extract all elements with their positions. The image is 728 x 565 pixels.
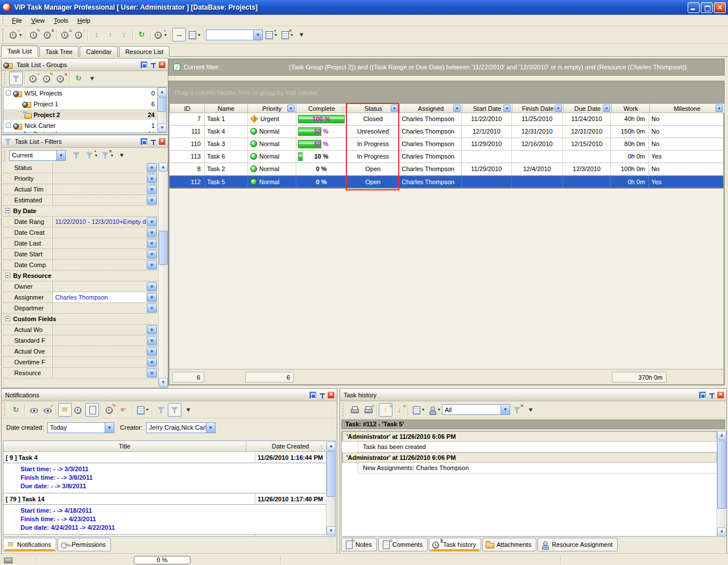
group-collapse-icon[interactable]: − (5, 273, 10, 278)
save-filter-button[interactable]: ▪▾ (83, 148, 99, 162)
task-row-110[interactable]: 110Task 3Normal50 %In ProgressCharles Th… (169, 138, 723, 151)
print-settings-button[interactable]: ≡ (361, 403, 375, 417)
view-options-button[interactable]: ▪▾ (152, 28, 168, 41)
history-user-filter-button[interactable]: ▾ (426, 403, 442, 417)
filter-dropdown-icon[interactable]: ▼ (147, 368, 157, 377)
menu-help[interactable]: Help (73, 16, 95, 25)
column-header-milestone[interactable]: Milestone▼ (650, 103, 725, 113)
filter-dropdown-icon[interactable]: ▼ (147, 217, 157, 226)
groups-tree-scrollbar[interactable]: ▲ ▼ (157, 88, 166, 132)
filter-field-value[interactable] (53, 346, 146, 356)
current-filter-checkbox[interactable]: ✓ (173, 64, 180, 70)
new-task-button[interactable]: +▾ (7, 28, 23, 41)
task-row-7[interactable]: 7Task 1Urgent100 %ClosedCharles Thompson… (169, 113, 723, 126)
acknowledge-button[interactable]: ☛ (117, 403, 130, 417)
refresh-button[interactable]: ↻ (135, 28, 148, 41)
task-row-8[interactable]: 8Task 2Normal0 %OpenCharles Thompson11/2… (169, 163, 723, 176)
filter-field-value[interactable] (53, 227, 146, 238)
notifications-close-button[interactable] (327, 391, 335, 399)
task-row-113[interactable]: 113Task 6Normal10 %In ProgressCharles Th… (169, 151, 723, 163)
tree-item-project-2[interactable]: Project 224 (3, 109, 166, 120)
date-created-column-header[interactable]: Date Created △ ▼ (246, 441, 335, 451)
column-filter-icon[interactable]: ▼ (391, 105, 398, 112)
tree-item-wsl-projects[interactable]: -WSL Projects0 (3, 88, 166, 98)
filter-field-value[interactable] (53, 163, 146, 173)
filter-field-value[interactable] (53, 357, 146, 367)
groups-filter-button[interactable] (9, 72, 23, 85)
notification-item[interactable]: [ 66 ] Task 111/26/2010 1:17:54 PM (3, 535, 335, 537)
apply-filter-button[interactable] (69, 148, 83, 162)
filter-group-custom-fields[interactable]: −Custom Fields (3, 314, 158, 325)
groups-restore-button[interactable] (140, 61, 148, 69)
filter-group-by-resource[interactable]: −By Resource (3, 271, 158, 281)
mark-unread-button[interactable]: ✓ (40, 403, 54, 417)
print-button[interactable] (348, 403, 361, 417)
creator-combobox[interactable]: Jerry Craig,Nick Cart ▼ (146, 422, 216, 433)
filter-dropdown-icon[interactable]: ▼ (147, 293, 157, 302)
notifications-restore-button[interactable] (309, 391, 317, 399)
groups-close-button[interactable] (158, 61, 166, 69)
tree-expand-icon[interactable]: - (6, 90, 11, 95)
group-collapse-icon[interactable]: − (5, 208, 10, 213)
close-button[interactable] (714, 2, 726, 13)
filter-field-value[interactable] (53, 368, 146, 378)
column-filter-icon[interactable]: ▼ (555, 105, 562, 112)
tab-permissions[interactable]: Permissions (57, 538, 111, 551)
history-restore-button[interactable] (698, 391, 706, 399)
notif-refresh-button[interactable]: ↻ (9, 403, 23, 417)
filter-dropdown-icon[interactable]: ▼ (147, 239, 157, 248)
filter-field-value[interactable] (53, 260, 146, 270)
notifications-scrollbar[interactable]: ▲ ▼ (326, 442, 335, 535)
column-filter-icon[interactable]: ▼ (503, 105, 511, 112)
menu-file[interactable]: File (7, 16, 27, 25)
show-notifications-button[interactable]: ✉ (58, 403, 72, 417)
filter-field-value[interactable] (53, 281, 146, 292)
column-header-finish-date[interactable]: Finish Date▼ (512, 103, 564, 113)
filters-pin-button[interactable] (149, 138, 157, 146)
filters-scrollbar[interactable]: ▲ ▼ (158, 163, 167, 387)
history-toolbar-options-button[interactable]: ▾ (524, 403, 537, 417)
column-header-complete[interactable]: Complete▽ (296, 103, 348, 113)
tab-task-history[interactable]: ▮Task history (429, 538, 481, 551)
history-columns-button[interactable]: ▾ (410, 403, 426, 417)
filters-restore-button[interactable] (140, 138, 148, 146)
add-group-button[interactable]: + (27, 72, 40, 85)
mark-read-button[interactable] (27, 403, 40, 417)
filter-dropdown-icon[interactable]: ▼ (147, 304, 157, 313)
delete-filter-button[interactable]: ×▾ (99, 148, 115, 162)
menu-view[interactable]: View (27, 16, 49, 25)
tab-resource-assignment[interactable]: Resource Assignment (537, 538, 618, 551)
tab-notes[interactable]: ✎Notes (341, 538, 377, 551)
column-header-priority[interactable]: Priority▼ (248, 103, 296, 113)
column-filter-icon[interactable]: ▼ (603, 105, 610, 112)
tree-item-project-1[interactable]: Project 16 (3, 98, 166, 109)
tab-resource-list[interactable]: Resource List (119, 46, 169, 57)
task-row-111[interactable]: 111Task 4Normal50 %UnresolvedCharles Tho… (169, 126, 723, 138)
filter-dropdown-icon[interactable]: ▼ (147, 163, 157, 172)
tab-notifications[interactable]: ✉Notifications (3, 538, 56, 551)
tab-calendar[interactable]: Calendar (80, 46, 118, 57)
show-reminders-button[interactable] (72, 403, 85, 417)
move-down-button[interactable]: ↓ (117, 28, 131, 41)
column-header-assigned[interactable]: Assigned▼ (400, 103, 462, 113)
show-reports-button[interactable] (85, 403, 99, 417)
column-filter-icon[interactable]: ▼ (287, 105, 295, 112)
move-updown-button[interactable]: ↕ (90, 28, 104, 41)
fit-columns-button[interactable]: ↔ (172, 28, 186, 41)
history-pin-button[interactable] (708, 391, 715, 399)
column-header-start-date[interactable]: Start Date▼ (462, 103, 512, 113)
sort-descending-button[interactable]: ↓≡ (392, 403, 406, 417)
tab-task-list[interactable]: Task List (1, 45, 38, 57)
restore-button[interactable] (701, 2, 713, 13)
toolbar-options-button[interactable]: ▾ (295, 28, 308, 41)
filter-dropdown-icon[interactable]: ▼ (147, 174, 157, 183)
date-created-combobox[interactable]: Today ▼ (47, 422, 114, 433)
notif-columns-button[interactable]: ▾ (134, 403, 150, 417)
filter-field-value[interactable] (53, 303, 146, 313)
filter-preset-combobox[interactable]: Current ▼ (9, 150, 66, 161)
layout-combobox[interactable]: ▼ (206, 30, 263, 40)
filter-field-value[interactable] (53, 335, 146, 346)
column-header-status[interactable]: Status▼ (348, 103, 400, 113)
notification-item[interactable]: [ 9 ] Task 411/26/2010 1:16:44 PM (3, 452, 335, 463)
history-type-combobox[interactable]: All▼ (442, 404, 510, 415)
